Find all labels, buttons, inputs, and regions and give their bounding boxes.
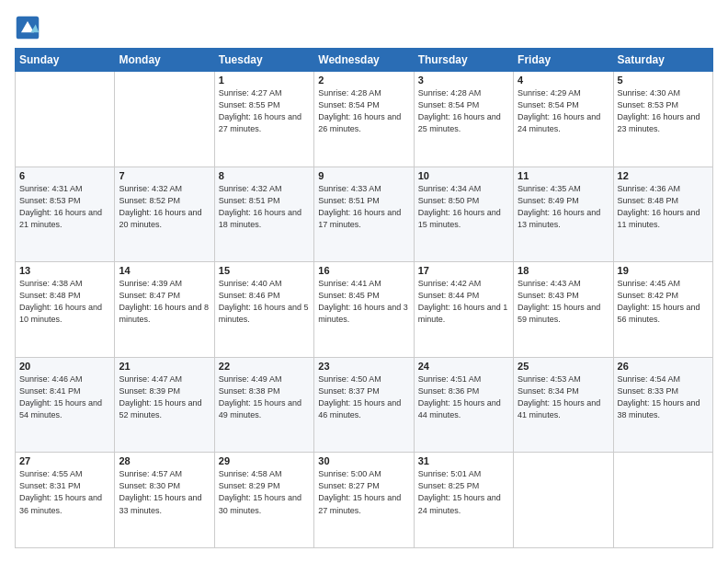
calendar-week-3: 13Sunrise: 4:38 AM Sunset: 8:48 PM Dayli… (16, 262, 713, 358)
day-info: Sunrise: 4:32 AM Sunset: 8:51 PM Dayligh… (219, 183, 310, 231)
calendar-cell: 5Sunrise: 4:30 AM Sunset: 8:53 PM Daylig… (613, 72, 712, 167)
calendar-cell: 10Sunrise: 4:34 AM Sunset: 8:50 PM Dayli… (414, 167, 513, 262)
day-number: 14 (119, 265, 210, 276)
day-info: Sunrise: 4:50 AM Sunset: 8:37 PM Dayligh… (318, 373, 409, 421)
day-number: 6 (19, 170, 110, 181)
day-info: Sunrise: 4:46 AM Sunset: 8:41 PM Dayligh… (19, 373, 110, 421)
day-info: Sunrise: 4:42 AM Sunset: 8:44 PM Dayligh… (418, 278, 509, 326)
day-info: Sunrise: 4:36 AM Sunset: 8:48 PM Dayligh… (618, 183, 709, 231)
day-number: 16 (318, 265, 409, 276)
calendar-cell: 12Sunrise: 4:36 AM Sunset: 8:48 PM Dayli… (613, 167, 712, 262)
calendar-cell (16, 72, 115, 167)
calendar-cell: 6Sunrise: 4:31 AM Sunset: 8:53 PM Daylig… (16, 167, 115, 262)
calendar-cell: 16Sunrise: 4:41 AM Sunset: 8:45 PM Dayli… (314, 262, 414, 358)
day-number: 8 (219, 170, 310, 181)
day-number: 25 (518, 361, 609, 372)
day-info: Sunrise: 4:55 AM Sunset: 8:31 PM Dayligh… (19, 468, 110, 516)
calendar-cell: 11Sunrise: 4:35 AM Sunset: 8:49 PM Dayli… (514, 167, 613, 262)
day-number: 12 (618, 170, 709, 181)
calendar-cell: 18Sunrise: 4:43 AM Sunset: 8:43 PM Dayli… (514, 262, 613, 358)
col-sunday: Sunday (16, 49, 115, 72)
calendar-cell: 3Sunrise: 4:28 AM Sunset: 8:54 PM Daylig… (414, 72, 513, 167)
calendar-cell: 9Sunrise: 4:33 AM Sunset: 8:51 PM Daylig… (314, 167, 414, 262)
calendar-cell: 7Sunrise: 4:32 AM Sunset: 8:52 PM Daylig… (115, 167, 214, 262)
calendar-cell: 4Sunrise: 4:29 AM Sunset: 8:54 PM Daylig… (514, 72, 613, 167)
day-number: 28 (119, 455, 210, 466)
calendar-cell (613, 453, 712, 548)
day-number: 31 (418, 455, 509, 466)
day-number: 10 (418, 170, 509, 181)
day-info: Sunrise: 4:27 AM Sunset: 8:55 PM Dayligh… (219, 87, 310, 135)
day-info: Sunrise: 4:49 AM Sunset: 8:38 PM Dayligh… (219, 373, 310, 421)
col-saturday: Saturday (613, 49, 712, 72)
page: Sunday Monday Tuesday Wednesday Thursday… (0, 0, 728, 563)
day-info: Sunrise: 4:53 AM Sunset: 8:34 PM Dayligh… (518, 373, 609, 421)
calendar-cell: 15Sunrise: 4:40 AM Sunset: 8:46 PM Dayli… (214, 262, 313, 358)
day-info: Sunrise: 5:00 AM Sunset: 8:27 PM Dayligh… (318, 468, 409, 516)
calendar-cell: 21Sunrise: 4:47 AM Sunset: 8:39 PM Dayli… (115, 357, 214, 453)
calendar-cell: 31Sunrise: 5:01 AM Sunset: 8:25 PM Dayli… (414, 453, 513, 548)
day-info: Sunrise: 4:47 AM Sunset: 8:39 PM Dayligh… (119, 373, 210, 421)
day-number: 11 (518, 170, 609, 181)
calendar-cell: 14Sunrise: 4:39 AM Sunset: 8:47 PM Dayli… (115, 262, 214, 358)
day-info: Sunrise: 4:39 AM Sunset: 8:47 PM Dayligh… (119, 278, 210, 326)
day-info: Sunrise: 4:51 AM Sunset: 8:36 PM Dayligh… (418, 373, 509, 421)
day-number: 30 (318, 455, 409, 466)
day-number: 13 (19, 265, 110, 276)
calendar-week-4: 20Sunrise: 4:46 AM Sunset: 8:41 PM Dayli… (16, 357, 713, 453)
calendar-cell: 27Sunrise: 4:55 AM Sunset: 8:31 PM Dayli… (16, 453, 115, 548)
day-info: Sunrise: 4:43 AM Sunset: 8:43 PM Dayligh… (518, 278, 609, 326)
logo-icon (15, 15, 40, 40)
day-number: 24 (418, 361, 509, 372)
calendar-cell: 29Sunrise: 4:58 AM Sunset: 8:29 PM Dayli… (214, 453, 313, 548)
day-number: 29 (219, 455, 310, 466)
day-info: Sunrise: 4:28 AM Sunset: 8:54 PM Dayligh… (418, 87, 509, 135)
day-number: 4 (518, 75, 609, 86)
day-number: 22 (219, 361, 310, 372)
calendar-cell: 23Sunrise: 4:50 AM Sunset: 8:37 PM Dayli… (314, 357, 414, 453)
day-info: Sunrise: 4:38 AM Sunset: 8:48 PM Dayligh… (19, 278, 110, 326)
logo (15, 15, 44, 40)
day-info: Sunrise: 4:31 AM Sunset: 8:53 PM Dayligh… (19, 183, 110, 231)
calendar-cell: 1Sunrise: 4:27 AM Sunset: 8:55 PM Daylig… (214, 72, 313, 167)
day-info: Sunrise: 4:41 AM Sunset: 8:45 PM Dayligh… (318, 278, 409, 326)
calendar-cell: 20Sunrise: 4:46 AM Sunset: 8:41 PM Dayli… (16, 357, 115, 453)
day-number: 9 (318, 170, 409, 181)
day-number: 27 (19, 455, 110, 466)
calendar-header-row: Sunday Monday Tuesday Wednesday Thursday… (16, 49, 713, 72)
day-info: Sunrise: 4:32 AM Sunset: 8:52 PM Dayligh… (119, 183, 210, 231)
day-info: Sunrise: 4:28 AM Sunset: 8:54 PM Dayligh… (318, 87, 409, 135)
calendar-cell: 22Sunrise: 4:49 AM Sunset: 8:38 PM Dayli… (214, 357, 313, 453)
calendar-cell: 13Sunrise: 4:38 AM Sunset: 8:48 PM Dayli… (16, 262, 115, 358)
col-monday: Monday (115, 49, 214, 72)
day-info: Sunrise: 4:30 AM Sunset: 8:53 PM Dayligh… (618, 87, 709, 135)
col-tuesday: Tuesday (214, 49, 313, 72)
day-info: Sunrise: 4:29 AM Sunset: 8:54 PM Dayligh… (518, 87, 609, 135)
day-number: 26 (618, 361, 709, 372)
calendar-cell: 30Sunrise: 5:00 AM Sunset: 8:27 PM Dayli… (314, 453, 414, 548)
day-number: 7 (119, 170, 210, 181)
header (15, 15, 713, 40)
col-wednesday: Wednesday (314, 49, 414, 72)
day-number: 19 (618, 265, 709, 276)
calendar-cell: 17Sunrise: 4:42 AM Sunset: 8:44 PM Dayli… (414, 262, 513, 358)
calendar-cell: 8Sunrise: 4:32 AM Sunset: 8:51 PM Daylig… (214, 167, 313, 262)
day-info: Sunrise: 4:54 AM Sunset: 8:33 PM Dayligh… (618, 373, 709, 421)
calendar-cell: 19Sunrise: 4:45 AM Sunset: 8:42 PM Dayli… (613, 262, 712, 358)
calendar-cell: 24Sunrise: 4:51 AM Sunset: 8:36 PM Dayli… (414, 357, 513, 453)
day-number: 5 (618, 75, 709, 86)
day-info: Sunrise: 4:33 AM Sunset: 8:51 PM Dayligh… (318, 183, 409, 231)
day-info: Sunrise: 4:57 AM Sunset: 8:30 PM Dayligh… (119, 468, 210, 516)
day-number: 18 (518, 265, 609, 276)
col-thursday: Thursday (414, 49, 513, 72)
calendar-week-2: 6Sunrise: 4:31 AM Sunset: 8:53 PM Daylig… (16, 167, 713, 262)
day-number: 3 (418, 75, 509, 86)
day-info: Sunrise: 4:45 AM Sunset: 8:42 PM Dayligh… (618, 278, 709, 326)
calendar-cell (514, 453, 613, 548)
calendar-week-5: 27Sunrise: 4:55 AM Sunset: 8:31 PM Dayli… (16, 453, 713, 548)
day-number: 15 (219, 265, 310, 276)
day-info: Sunrise: 4:34 AM Sunset: 8:50 PM Dayligh… (418, 183, 509, 231)
day-number: 23 (318, 361, 409, 372)
day-info: Sunrise: 4:40 AM Sunset: 8:46 PM Dayligh… (219, 278, 310, 326)
calendar-cell (115, 72, 214, 167)
